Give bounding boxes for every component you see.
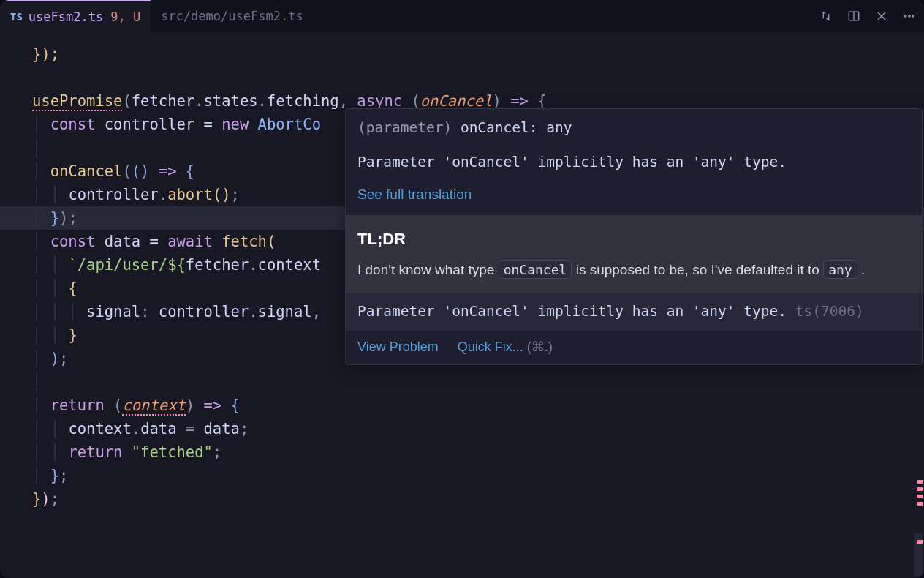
code-line: │ return (context) => { (32, 394, 924, 417)
tab-filename: useFsm2.ts (29, 10, 103, 24)
tab-issue-count: 9, U (110, 10, 140, 24)
svg-point-5 (909, 15, 910, 17)
typescript-file-icon: TS (10, 11, 23, 23)
close-icon[interactable] (874, 9, 889, 23)
hover-message: Parameter 'onCancel' implicitly has an '… (346, 143, 922, 181)
tldr-title: TL;DR (357, 226, 910, 252)
code-line: │ (32, 370, 924, 394)
tldr-section: TL;DR I don't know what type onCancel is… (346, 216, 922, 293)
tab-actions (819, 9, 917, 23)
tldr-body: I don't know what type onCancel is suppo… (357, 259, 910, 281)
view-problem-link[interactable]: View Problem (357, 337, 439, 358)
code-line: │ │ context.data = data; (32, 417, 924, 440)
editor-tab[interactable]: TS useFsm2.ts 9, U (0, 0, 151, 32)
svg-point-6 (912, 15, 914, 17)
overview-ruler[interactable] (912, 35, 923, 572)
split-editor-icon[interactable] (847, 9, 861, 23)
tab-bar: TS useFsm2.ts 9, U src/demo/useFsm2.ts (0, 0, 924, 32)
diagnostic-code: ts(7006) (795, 303, 864, 320)
code-line: }); (32, 45, 59, 63)
quick-fix-link[interactable]: Quick Fix... (⌘.) (458, 337, 553, 358)
diagnostic-row: Parameter 'onCancel' implicitly has an '… (346, 293, 922, 330)
code-pill: any (823, 260, 857, 279)
code-line: │ │ return "fetched"; (32, 440, 924, 464)
code-line: }); (32, 487, 924, 511)
see-translation-link[interactable]: See full translation (346, 181, 922, 214)
hover-tooltip: (parameter) onCancel: any Parameter 'onC… (345, 108, 923, 365)
editor-window: TS useFsm2.ts 9, U src/demo/useFsm2.ts }… (0, 0, 924, 578)
more-actions-icon[interactable] (902, 9, 917, 23)
svg-point-4 (905, 15, 906, 17)
code-line: │ }; (32, 464, 924, 487)
hover-actions: View Problem Quick Fix... (⌘.) (346, 331, 922, 365)
hover-signature: (parameter) onCancel: any (346, 109, 922, 143)
code-line (32, 66, 924, 89)
code-pill: onCancel (499, 260, 572, 279)
breadcrumb-path[interactable]: src/demo/useFsm2.ts (151, 9, 303, 23)
compare-changes-icon[interactable] (819, 9, 833, 23)
